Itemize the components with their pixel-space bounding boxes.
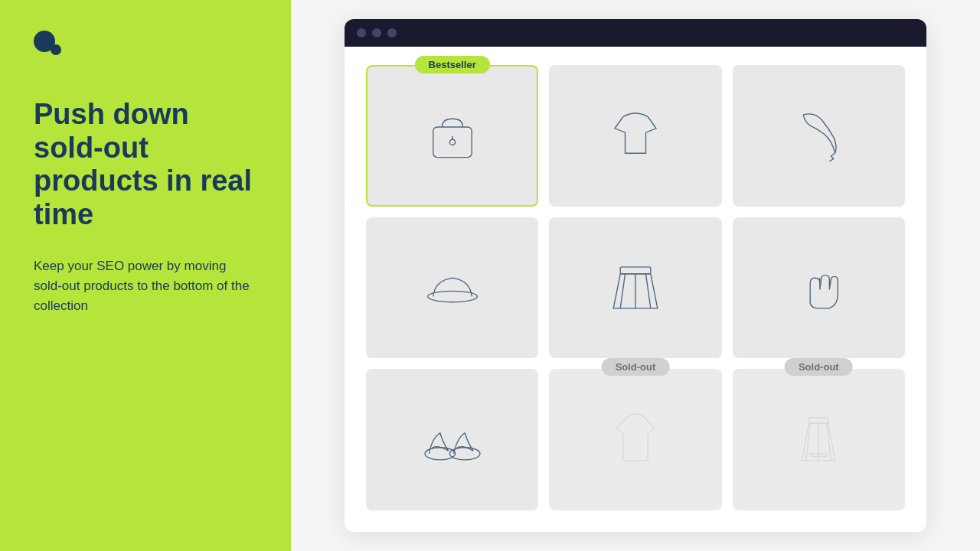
browser-dot-3	[387, 28, 397, 37]
browser-window: BestsellerSold-outSold-out	[345, 19, 926, 532]
svg-point-6	[427, 291, 477, 302]
handbag-icon	[418, 99, 487, 171]
tank-top-icon	[601, 404, 670, 476]
logo	[34, 31, 257, 52]
svg-line-10	[645, 274, 650, 308]
right-panel: BestsellerSold-outSold-out	[291, 0, 980, 551]
soldout-badge: Sold-out	[602, 358, 670, 376]
svg-line-4	[831, 156, 835, 159]
product-card[interactable]	[733, 217, 905, 359]
product-grid-area: BestsellerSold-outSold-out	[345, 47, 926, 532]
left-panel: Push down sold-out products in real time…	[0, 0, 291, 551]
browser-bar	[345, 19, 926, 47]
browser-dot-2	[372, 28, 381, 37]
headline: Push down sold-out products in real time	[34, 98, 257, 232]
bestseller-badge: Bestseller	[415, 56, 490, 73]
svg-point-1	[449, 139, 455, 145]
product-card[interactable]	[549, 65, 721, 207]
svg-line-3	[831, 153, 835, 156]
svg-rect-0	[433, 127, 471, 158]
svg-line-9	[620, 274, 625, 308]
product-card[interactable]	[366, 217, 538, 359]
svg-rect-13	[809, 418, 828, 423]
logo-dot-small	[51, 44, 61, 55]
top-icon	[601, 99, 670, 171]
subtext: Keep your SEO power by moving sold-out p…	[34, 256, 257, 317]
dress-icon	[784, 404, 853, 476]
product-grid: BestsellerSold-outSold-out	[366, 65, 905, 510]
svg-rect-7	[620, 267, 651, 274]
skirt-icon	[601, 252, 670, 324]
gloves-icon	[784, 252, 853, 324]
product-card[interactable]	[366, 369, 538, 510]
product-card[interactable]	[549, 217, 721, 359]
product-card[interactable]: Sold-out	[549, 369, 721, 510]
product-card[interactable]: Bestseller	[366, 65, 538, 207]
svg-line-5	[830, 159, 834, 162]
soldout-badge: Sold-out	[785, 358, 853, 376]
product-card[interactable]: Sold-out	[733, 369, 905, 510]
scarf-icon	[784, 99, 853, 171]
hat-icon	[418, 252, 487, 324]
browser-dot-1	[357, 28, 366, 37]
product-card[interactable]	[733, 65, 905, 207]
sandals-icon	[418, 404, 487, 476]
